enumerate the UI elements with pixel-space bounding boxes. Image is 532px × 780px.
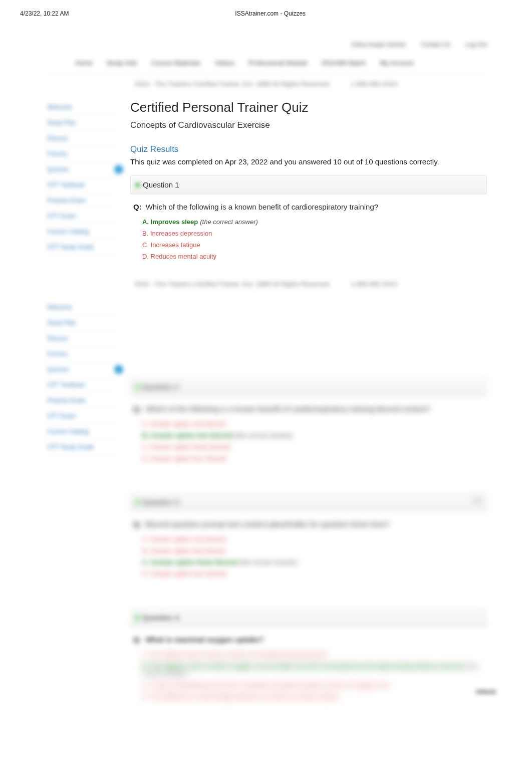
nav-home[interactable]: Home [75,59,93,67]
answer-option: C. A way of describing work rate or inte… [142,681,484,689]
active-dot-icon [114,365,123,374]
sidebar-item-cpt-exam[interactable]: CPT Exam [45,209,120,224]
answer-option: B. Answer option two blurred(the correct… [142,432,484,439]
nav-issa360[interactable]: ISSA360 Batch [322,59,366,67]
answer-option: B. Increases depression [142,230,484,237]
copyright-line: ISSA - The Trainers Certified Trainer. E… [135,80,331,88]
question-header: Question 3 1 pt [130,492,487,512]
sidebar-item-discuss[interactable]: Discuss [45,131,120,146]
main-nav: Home Study Aids Course Materials Videos … [45,55,487,73]
answer-option: B. Answer option two blurred [142,547,484,554]
status-correct-icon [135,384,141,390]
answer-option: C. Increases fatigue [142,241,484,249]
sidebar-item-course-catalog[interactable]: Course Catalog [45,424,120,440]
footer-bar-mid: ISSA - The Trainers Certified Trainer. E… [45,273,487,297]
answer-option: A. Answer option one blurred [142,535,484,543]
nav-my-account[interactable]: My Account [380,59,413,67]
account-bar: Edna Araujo Gomes Contact Us Log Out [45,37,487,55]
answer-option: A. Answer option one blurred [142,420,484,428]
sidebar-item-welcome[interactable]: Welcome [45,300,120,315]
answer-option: D. Answer option four blurred [142,455,484,462]
question-block: Question 1 Q: Which of the following is … [130,175,487,260]
sidebar: Welcome Study Plan Discuss Forums Quizze… [45,297,120,455]
question-prompt: Which of the following is a known benefi… [146,203,378,211]
question-number: Question 2 [143,382,179,391]
sidebar-item-cpt-study-guide[interactable]: CPT Study Guide [45,240,120,255]
results-summary: This quiz was completed on Apr 23, 2022 … [130,157,487,166]
sidebar-item-practice-exam[interactable]: Practice Exam [45,193,120,209]
contact-link[interactable]: Contact Us [421,41,450,48]
question-header: Question 2 [130,377,487,397]
answer-option: D. Reduces mental acuity [142,253,484,260]
page-title: Certified Personal Trainer Quiz [130,100,487,115]
sidebar-item-cpt-textbook[interactable]: CPT Textbook [45,177,120,193]
q-label: Q: [133,520,142,528]
nav-study-aids[interactable]: Study Aids [107,59,137,67]
answer-option: A. Improves sleep(the correct answer) [142,218,484,226]
logout-link[interactable]: Log Out [465,41,487,48]
q-label: Q: [133,203,142,211]
copyright-line: ISSA - The Trainers Certified Trainer. E… [135,280,331,288]
phone-number: 1-800-892-ISSA [351,80,397,88]
answer-option: D. The difference in percentage between … [142,693,484,700]
footer-bar-top: ISSA - The Trainers Certified Trainer. E… [45,73,487,97]
point-tag: 1 pt [472,497,481,503]
status-correct-icon [135,182,141,188]
sidebar-item-forums[interactable]: Forums [45,346,120,362]
active-dot-icon [114,165,123,174]
question-block: Question 3 1 pt Q: Blurred question prom… [130,492,487,577]
question-prompt: Blurred question prompt text content pla… [146,520,390,528]
answer-option: A. The highest rate at which a client ca… [142,651,484,658]
nav-course-materials[interactable]: Course Materials [151,59,200,67]
question-prompt: Which of the following is a known benefi… [146,405,431,413]
sidebar-item-discuss[interactable]: Discuss [45,331,120,346]
print-datetime: 4/23/22, 10:22 AM [20,10,69,17]
question-block: Question 2 Q: Which of the following is … [130,377,487,462]
question-number: Question 1 [143,180,179,189]
answer-option: D. Answer option four blurred [142,570,484,577]
sidebar-item-cpt-exam[interactable]: CPT Exam [45,409,120,424]
sidebar-item-practice-exam[interactable]: Practice Exam [45,393,120,409]
answer-option: B. The highest rate at which oxygen can … [142,662,484,677]
sidebar-item-cpt-study-guide[interactable]: CPT Study Guide [45,440,120,455]
print-header: 4/23/22, 10:22 AM ISSAtrainer.com - Quiz… [0,0,532,22]
sidebar-item-quizzes[interactable]: Quizzes [45,362,120,377]
q-label: Q: [133,635,142,644]
answer-option: C. Answer option three blurred [142,443,484,451]
nav-videos[interactable]: Videos [214,59,234,67]
results-heading: Quiz Results [130,144,487,154]
sidebar-item-study-plan[interactable]: Study Plan [45,315,120,331]
status-correct-icon [135,499,141,505]
nav-pro-module[interactable]: Professional Module [248,59,308,67]
welcome-user: Edna Araujo Gomes [352,41,406,48]
phone-number: 1-800-892-ISSA [351,280,397,288]
quiz-content-blurred: Question 2 Q: Which of the following is … [130,297,487,713]
sidebar-item-study-plan[interactable]: Study Plan [45,115,120,131]
question-header: Question 4 [130,608,487,627]
sidebar-item-cpt-textbook[interactable]: CPT Textbook [45,377,120,393]
question-header: Question 1 [130,175,487,194]
sidebar-item-course-catalog[interactable]: Course Catalog [45,224,120,240]
sidebar-item-welcome[interactable]: Welcome [45,100,120,115]
sidebar: Welcome Study Plan Discuss Forums Quizze… [45,97,120,255]
question-block: Question 4 Q: What is maximal oxygen upt… [130,608,487,700]
sidebar-item-forums[interactable]: Forums [45,146,120,162]
question-prompt: What is maximal oxygen uptake? [146,635,264,644]
quiz-content: Certified Personal Trainer Quiz Concepts… [130,97,487,273]
page-subtitle: Concepts of Cardiovascular Exercise [130,120,487,130]
status-correct-icon [135,615,141,621]
unlock-badge[interactable]: Unlock [476,688,496,695]
q-label: Q: [133,405,142,413]
sidebar-item-quizzes[interactable]: Quizzes [45,162,120,177]
print-title: ISSAtrainer.com - Quizzes [235,10,306,17]
question-number: Question 4 [143,613,179,622]
question-number: Question 3 [143,498,179,506]
answer-option: C. Answer option three blurred(the corre… [142,558,484,566]
